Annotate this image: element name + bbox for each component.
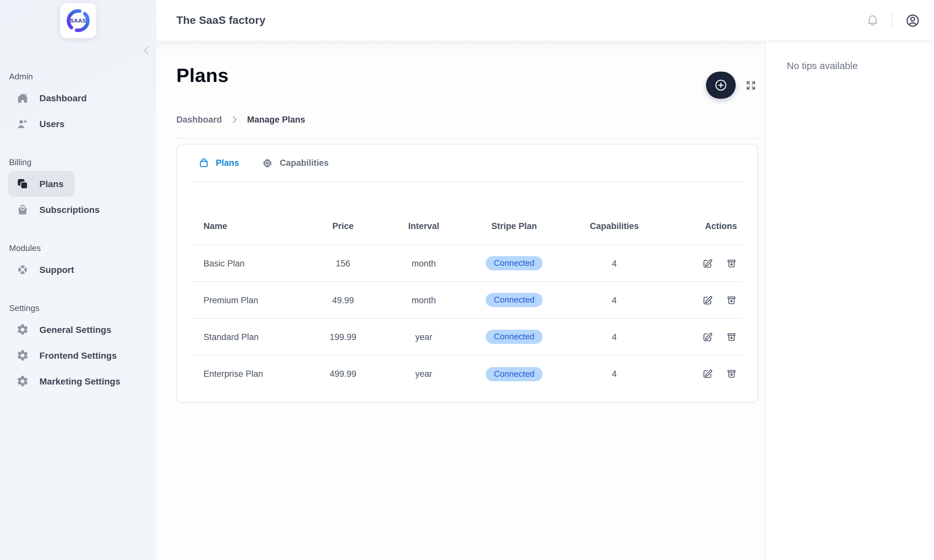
plan-interval: month xyxy=(388,258,459,268)
edit-icon xyxy=(702,294,713,306)
plan-name: Standard Plan xyxy=(191,332,298,342)
plan-price: 499.99 xyxy=(298,369,388,379)
bell-icon xyxy=(866,13,880,28)
breadcrumb-dashboard[interactable]: Dashboard xyxy=(176,114,222,124)
breadcrumb-manage-plans[interactable]: Manage Plans xyxy=(247,114,305,124)
fullscreen-button[interactable] xyxy=(746,80,756,91)
sidebar-item-label: Frontend Settings xyxy=(39,350,117,361)
sidebar: SAAS Admin Dashboard xyxy=(0,0,156,560)
sidebar-item-label: Plans xyxy=(39,179,63,189)
tab-label: Capabilities xyxy=(280,158,329,168)
tab-capabilities[interactable]: Capabilities xyxy=(262,157,329,169)
plan-interval: year xyxy=(388,332,459,342)
topbar-divider xyxy=(892,12,893,29)
breadcrumb: Dashboard Manage Plans xyxy=(176,113,758,126)
section-label: Billing xyxy=(0,156,156,169)
section-label: Settings xyxy=(0,302,156,315)
table-row: Standard Plan 199.99 year Connected 4 xyxy=(191,319,743,355)
gear-icon xyxy=(16,375,29,388)
sidebar-item-general-settings[interactable]: General Settings xyxy=(0,317,156,343)
tab-plans[interactable]: Plans xyxy=(198,157,239,168)
column-header-interval: Interval xyxy=(388,221,459,231)
sidebar-item-label: Support xyxy=(39,265,74,275)
tips-message: No tips available xyxy=(787,60,928,71)
sidebar-nav: Admin Dashboard Users Billing xyxy=(0,38,156,394)
plan-interval: year xyxy=(388,369,459,379)
plan-capabilities-count: 4 xyxy=(569,332,659,342)
plan-name: Premium Plan xyxy=(191,295,298,305)
cards-icon xyxy=(16,177,29,190)
table-row: Basic Plan 156 month Connected 4 xyxy=(191,245,743,282)
plan-interval: month xyxy=(388,295,459,305)
archive-down-icon xyxy=(726,294,737,306)
sidebar-item-label: Users xyxy=(39,119,65,129)
app-title: The SaaS factory xyxy=(176,14,266,27)
table-row: Premium Plan 49.99 month Connected 4 xyxy=(191,282,743,319)
edit-plan-button[interactable] xyxy=(702,258,713,269)
sidebar-item-label: Dashboard xyxy=(39,93,86,103)
column-header-price: Price xyxy=(298,221,388,231)
plan-capabilities-count: 4 xyxy=(569,258,659,268)
edit-icon xyxy=(702,331,713,342)
tabs: Plans Capabilities xyxy=(191,145,743,182)
sidebar-item-marketing-settings[interactable]: Marketing Settings xyxy=(0,368,156,394)
status-badge: Connected xyxy=(485,256,543,270)
sidebar-item-plans[interactable]: Plans xyxy=(8,171,75,197)
table-header-row: Name Price Interval Stripe Plan Capabili… xyxy=(191,182,743,245)
sidebar-item-dashboard[interactable]: Dashboard xyxy=(0,85,156,111)
add-plan-button[interactable] xyxy=(706,72,736,99)
edit-plan-button[interactable] xyxy=(702,368,713,379)
chevron-right-icon xyxy=(230,114,239,124)
sidebar-item-frontend-settings[interactable]: Frontend Settings xyxy=(0,343,156,368)
plan-capabilities-count: 4 xyxy=(569,295,659,305)
status-badge: Connected xyxy=(485,293,543,307)
sidebar-section-settings: Settings General Settings Frontend Setti… xyxy=(0,302,156,394)
delete-plan-button[interactable] xyxy=(726,294,737,306)
sidebar-item-label: General Settings xyxy=(39,325,111,335)
notifications-button[interactable] xyxy=(866,13,880,28)
breadcrumb-divider xyxy=(176,138,758,139)
delete-plan-button[interactable] xyxy=(726,368,737,379)
gear-icon xyxy=(16,323,29,336)
edit-plan-button[interactable] xyxy=(702,331,713,342)
user-plus-icon xyxy=(16,117,29,130)
account-button[interactable] xyxy=(905,12,920,28)
saas-logo-icon: SAAS xyxy=(65,8,91,34)
plan-price: 49.99 xyxy=(298,295,388,305)
delete-plan-button[interactable] xyxy=(726,258,737,269)
edit-icon xyxy=(702,258,713,269)
tab-label: Plans xyxy=(216,158,239,168)
plan-name: Basic Plan xyxy=(191,258,298,268)
column-header-capabilities: Capabilities xyxy=(569,221,659,231)
archive-down-icon xyxy=(726,368,737,379)
edit-plan-button[interactable] xyxy=(702,294,713,306)
circle-plus-icon xyxy=(714,78,728,92)
plans-card: Plans Capabilities Name Pr xyxy=(176,144,758,403)
page-actions xyxy=(706,72,756,99)
archive-down-icon xyxy=(726,331,737,342)
section-label: Modules xyxy=(0,242,156,255)
sidebar-item-label: Subscriptions xyxy=(39,205,100,215)
archive-down-icon xyxy=(726,258,737,269)
sidebar-item-support[interactable]: Support xyxy=(0,257,156,283)
sidebar-section-billing: Billing Plans Subscriptions xyxy=(0,156,156,223)
home-icon xyxy=(16,92,29,105)
app-window: SAAS Admin Dashboard xyxy=(0,0,934,560)
gear-icon xyxy=(16,349,29,362)
table-row: Enterprise Plan 499.99 year Connected 4 xyxy=(191,355,743,392)
column-header-stripe-plan: Stripe Plan xyxy=(459,221,569,231)
tips-panel: No tips available xyxy=(765,42,934,560)
plan-name: Enterprise Plan xyxy=(191,369,298,379)
app-logo[interactable]: SAAS xyxy=(60,3,96,38)
user-circle-icon xyxy=(905,12,920,28)
life-buoy-icon xyxy=(16,263,29,276)
sidebar-item-subscriptions[interactable]: Subscriptions xyxy=(0,197,156,223)
section-label: Admin xyxy=(0,70,156,83)
topbar-actions xyxy=(866,12,920,29)
delete-plan-button[interactable] xyxy=(726,331,737,342)
column-header-actions: Actions xyxy=(659,221,743,231)
shopping-bag-icon xyxy=(16,203,29,216)
plan-price: 156 xyxy=(298,258,388,268)
sidebar-item-users[interactable]: Users xyxy=(0,111,156,137)
logo-text: SAAS xyxy=(70,18,86,24)
